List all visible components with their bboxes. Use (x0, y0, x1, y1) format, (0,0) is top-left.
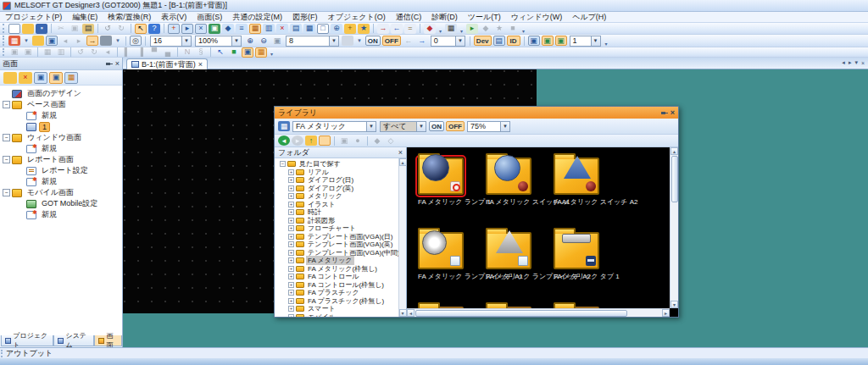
scroll-right-icon[interactable]: ▸ (662, 309, 670, 317)
toolbar-grip[interactable] (3, 24, 5, 32)
toolbar-overflow-icon[interactable]: ▾ (605, 41, 608, 47)
state-number-combo-dropdown-icon[interactable]: ▼ (456, 36, 465, 47)
tab-scroll-left-icon[interactable]: ◂ (842, 59, 845, 66)
tab-scroll-right-icon[interactable]: ▸ (849, 59, 852, 66)
menu-プロジェクト[interactable]: プロジェクト(P) (0, 12, 67, 23)
library-mode-icon[interactable]: ▦ (278, 121, 290, 131)
menu-ヘルプ[interactable]: ヘルプ(H) (567, 12, 611, 23)
menu-通信[interactable]: 通信(C) (391, 12, 427, 23)
tree-item-新規[interactable]: 新規 (0, 143, 122, 154)
tree-expand-icon[interactable]: + (288, 218, 294, 224)
library-item-FA メタリック スイッチ A1[interactable]: FA メタリック スイッチ A1 (486, 152, 550, 207)
layer-combo-dropdown-icon[interactable]: ▼ (592, 36, 601, 47)
tree-expand-icon[interactable]: − (3, 101, 10, 108)
screen-close-icon[interactable]: × (195, 24, 207, 34)
menu-編集[interactable]: 編集(E) (67, 12, 103, 23)
menu-検索/置換[interactable]: 検索/置換(R) (103, 12, 156, 23)
thumbnail-hscrollbar[interactable]: ◂ ▸ (407, 308, 670, 317)
menu-ツール[interactable]: ツール(T) (463, 12, 506, 23)
layer-combo[interactable]: 1▼ (570, 36, 601, 47)
nav-back-icon[interactable]: ◂ (278, 135, 290, 146)
tree-expand-icon[interactable]: + (288, 177, 294, 183)
toolbar-overflow-icon[interactable]: ▾ (522, 28, 525, 34)
open-screen-icon[interactable] (3, 72, 17, 84)
tree-expand-icon[interactable]: + (288, 274, 294, 279)
zoom-level-combo[interactable]: 100%▼ (195, 36, 242, 47)
tree-expand-icon[interactable]: + (288, 306, 294, 312)
screen-property-2-icon[interactable]: ▦ (64, 72, 78, 84)
screen-copy-icon[interactable]: ▥ (263, 24, 275, 34)
tree-collapse-icon[interactable]: − (280, 161, 286, 167)
folder-up-icon[interactable]: ↑ (305, 135, 317, 146)
bottom-tab-プロジェクト[interactable]: プロジェクト (1, 335, 53, 346)
simulator-start-icon[interactable]: ▸ (466, 24, 478, 34)
print-preview-icon[interactable]: ▦ (445, 24, 457, 34)
scroll-up-icon[interactable]: ▴ (670, 147, 678, 155)
preview-screen-icon[interactable]: ▣ (49, 72, 63, 84)
communication-setting-icon[interactable]: ◆ (424, 24, 436, 34)
new-project-icon[interactable] (8, 24, 20, 34)
state-number-combo[interactable]: 0▼ (431, 36, 465, 47)
screen-design-icon[interactable]: ◆ (222, 24, 234, 34)
vscroll-thumb[interactable] (671, 156, 678, 202)
toolbar-grip[interactable] (3, 36, 5, 45)
tree-expand-icon[interactable]: + (288, 225, 294, 231)
tab-list-icon[interactable]: ▾ (854, 59, 858, 66)
layer-front-icon[interactable]: ▣ (242, 47, 253, 58)
tree-expand-icon[interactable]: + (288, 241, 294, 247)
screen-preview-icon[interactable]: ▣ (209, 24, 220, 34)
close-tab-icon[interactable]: × (198, 61, 203, 69)
library-tree-item-イラスト[interactable]: +イラスト (275, 201, 398, 209)
screen-property-icon[interactable]: ≡ (236, 24, 248, 34)
window-tile-icon[interactable]: ▦ (303, 24, 315, 34)
scroll-down-icon[interactable]: ▾ (670, 301, 678, 308)
tree-expand-icon[interactable]: + (288, 202, 294, 207)
library-register-icon[interactable]: + (344, 24, 356, 34)
library-zoom-combo[interactable]: 75%▼ (467, 121, 510, 132)
tree-expand-icon[interactable]: + (288, 250, 294, 256)
library-category-combo[interactable]: FA メタリック▼ (292, 121, 376, 132)
library-category-combo-dropdown-icon[interactable]: ▼ (367, 121, 376, 132)
toolbar-overflow-icon[interactable]: ▾ (270, 51, 273, 57)
toolbar-overflow-icon[interactable]: ▾ (439, 28, 442, 34)
tree-expand-icon[interactable]: + (288, 298, 294, 304)
font-size-combo[interactable]: 16▼ (150, 36, 192, 47)
close-icon[interactable]: × (115, 60, 120, 68)
paste-icon[interactable]: ▤ (82, 24, 94, 34)
tree-item-レポート設定[interactable]: レポート設定 (0, 165, 122, 176)
tree-expand-icon[interactable]: + (288, 314, 294, 317)
library-tree-item-時計[interactable]: +時計 (275, 208, 398, 217)
library-filter-combo-dropdown-icon[interactable]: ▼ (417, 121, 426, 132)
state-on-button[interactable]: ON (365, 36, 381, 46)
tree-expand-icon[interactable]: − (3, 156, 10, 163)
fill-color-icon[interactable] (100, 36, 112, 46)
layer-image-icon[interactable]: ▦ (255, 47, 267, 58)
screen-new-icon[interactable]: + (168, 24, 180, 34)
object-snap-icon[interactable]: ▣ (542, 36, 554, 46)
tree-item-レポート画面[interactable]: −レポート画面 (0, 154, 122, 165)
object-id-button[interactable]: ID (507, 36, 520, 46)
tree-expand-icon[interactable]: + (288, 234, 294, 240)
read-from-got-icon[interactable]: ← (391, 24, 403, 34)
tree-expand-icon[interactable]: − (3, 189, 10, 196)
library-item-FA メタリック ランプ 1[interactable]: FA メタリック ランプ 1 (418, 152, 482, 207)
menu-オブジェクト[interactable]: オブジェクト(O) (322, 12, 390, 23)
tree-item-画面のデザイン[interactable]: 画面のデザイン (0, 88, 122, 99)
zoom-level-combo-dropdown-icon[interactable]: ▼ (232, 36, 242, 47)
scroll-down-icon[interactable]: ▾ (399, 309, 407, 317)
folder-panel-close-icon[interactable]: × (398, 149, 403, 157)
menu-診断[interactable]: 診断(D) (426, 12, 463, 23)
toolbar-overflow-icon[interactable]: ▾ (460, 28, 463, 34)
select-arrow-icon[interactable]: ↖ (214, 47, 226, 58)
fill-green-icon[interactable]: ■ (228, 47, 240, 58)
library-filter-combo[interactable]: すべて▼ (380, 121, 426, 132)
bottom-tab-システム[interactable]: システム (53, 335, 94, 346)
tree-item-新規[interactable]: 新規 (0, 209, 122, 220)
tree-item-新規[interactable]: 新規 (0, 176, 122, 187)
template-register-icon[interactable]: ▦ (249, 24, 261, 34)
bottom-tab-画面[interactable]: 画面 (94, 335, 122, 346)
tree-item-モバイル画面[interactable]: −モバイル画面 (0, 187, 122, 198)
library-item-FA メタリック ランプスイッチ A2[interactable]: FA メタリック ランプスイッチ A2 (486, 226, 550, 281)
tree-expand-icon[interactable]: + (288, 290, 294, 296)
snap-grid-combo-dropdown-icon[interactable]: ▼ (330, 36, 339, 47)
